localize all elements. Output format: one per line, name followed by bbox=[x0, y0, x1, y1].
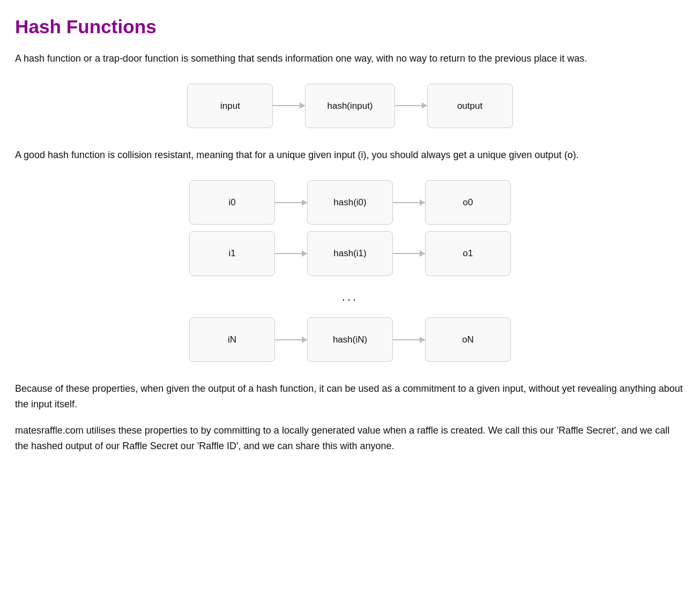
diagram-1: input hash(input) output bbox=[15, 84, 685, 129]
diagram-2-row-n: iN hash(iN) oN bbox=[189, 317, 511, 362]
paragraph-2: matesraffle.com utilises these propertie… bbox=[15, 423, 685, 454]
diagram-2-box-i1: i1 bbox=[189, 231, 275, 276]
diagram-2-box-o1: o1 bbox=[425, 231, 511, 276]
diagram-1-box-input: input bbox=[187, 84, 273, 129]
diagram-2-ellipsis: ... bbox=[342, 288, 358, 306]
diagram-2-row-0: i0 hash(i0) o0 bbox=[189, 180, 511, 225]
section-2-paragraph: A good hash function is collision resist… bbox=[15, 147, 685, 163]
diagram-2-arrow-nb bbox=[393, 339, 425, 340]
diagram-2: i0 hash(i0) o0 i1 hash(i1) o1 ... iN has… bbox=[15, 180, 685, 362]
diagram-2-arrow-0b bbox=[393, 202, 425, 203]
diagram-1-arrow-2 bbox=[395, 105, 427, 106]
diagram-2-arrow-na bbox=[275, 339, 307, 340]
diagram-2-box-i0: i0 bbox=[189, 180, 275, 225]
diagram-2-box-oN: oN bbox=[425, 317, 511, 362]
paragraph-1: Because of these properties, when given … bbox=[15, 381, 685, 412]
diagram-2-box-hashi1: hash(i1) bbox=[307, 231, 393, 276]
page-title: Hash Functions bbox=[15, 13, 685, 41]
intro-paragraph: A hash function or a trap-door function … bbox=[15, 51, 685, 66]
diagram-2-arrow-1b bbox=[393, 253, 425, 254]
diagram-2-box-hashiN: hash(iN) bbox=[307, 317, 393, 362]
diagram-2-box-iN: iN bbox=[189, 317, 275, 362]
diagram-2-box-hashi0: hash(i0) bbox=[307, 180, 393, 225]
diagram-1-arrow-1 bbox=[273, 105, 305, 106]
diagram-2-arrow-0a bbox=[275, 202, 307, 203]
diagram-2-box-o0: o0 bbox=[425, 180, 511, 225]
diagram-2-row-1: i1 hash(i1) o1 bbox=[189, 231, 511, 276]
diagram-1-box-hash: hash(input) bbox=[305, 84, 394, 129]
diagram-1-box-output: output bbox=[427, 84, 513, 129]
diagram-2-arrow-1a bbox=[275, 253, 307, 254]
